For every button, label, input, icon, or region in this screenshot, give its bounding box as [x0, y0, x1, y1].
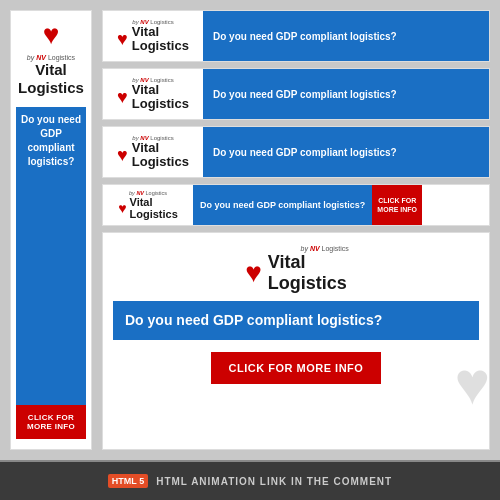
by-nv-label: by NV Logistics — [27, 54, 75, 61]
brand-row-3: ♥ VitalLogistics — [117, 141, 189, 170]
small-leader-cta[interactable]: CLICK FORMORE INFO — [372, 185, 422, 225]
brand-text-1: VitalLogistics — [132, 25, 189, 54]
right-banners-area: by NV Logistics ♥ VitalLogistics Do you … — [102, 10, 490, 450]
blue-tagline-3: Do you need GDP compliant logistics? — [203, 127, 489, 177]
large-cta-button[interactable]: CLICK FOR MORE INFO — [211, 352, 382, 384]
logo-section-sm: by NV Logistics ♥ VitalLogistics — [103, 187, 193, 223]
small-leader-banner: by NV Logistics ♥ VitalLogistics Do you … — [102, 184, 490, 226]
heart-icon-3: ♥ — [117, 145, 128, 166]
logo-section-3: by NV Logistics ♥ VitalLogistics — [103, 131, 203, 174]
brand-row-1: ♥ VitalLogistics — [117, 25, 189, 54]
brand-text-sm: VitalLogistics — [130, 196, 178, 220]
heart-icon-sm: ♥ — [118, 200, 126, 216]
large-square-banner: by NV Logistics ♥ VitalLogistics Do you … — [102, 232, 490, 450]
blue-tagline-1: Do you need GDP compliant logistics? — [203, 11, 489, 61]
logo-section-2: by NV Logistics ♥ VitalLogistics — [103, 73, 203, 116]
brand-row-2: ♥ VitalLogistics — [117, 83, 189, 112]
heart-icon-lg: ♥ — [245, 257, 262, 289]
blue-tagline-2: Do you need GDP compliant logistics? — [203, 69, 489, 119]
left-banner-tagline: Do you need GDP compliant logistics? — [16, 107, 86, 405]
heart-icon-1: ♥ — [117, 29, 128, 50]
horiz-banner-1: by NV Logistics ♥ VitalLogistics Do you … — [102, 10, 490, 62]
brand-text-2: VitalLogistics — [132, 83, 189, 112]
blue-tagline-sm: Do you need GDP compliant logistics? — [193, 185, 372, 225]
by-nv-med: by NV Logistics — [301, 245, 349, 252]
brand-text-lg: VitalLogistics — [268, 252, 347, 293]
heart-icon-2: ♥ — [117, 87, 128, 108]
horiz-banner-3: by NV Logistics ♥ VitalLogistics Do you … — [102, 126, 490, 178]
horiz-banner-2: by NV Logistics ♥ VitalLogistics Do you … — [102, 68, 490, 120]
logo-section-lg: by NV Logistics ♥ VitalLogistics — [245, 245, 347, 293]
left-banner-cta[interactable]: CLICK FOR MORE INFO — [16, 405, 86, 439]
brand-row-sm: ♥ VitalLogistics — [118, 196, 178, 220]
brand-name-left2: Logistics — [18, 79, 84, 97]
left-tall-banner: ♥ by NV Logistics Vital Logistics Do you… — [10, 10, 92, 450]
brand-name-left: Vital — [35, 61, 66, 79]
footer: HTML 5 HTML ANIMATION LINK IN THE COMMEN… — [0, 462, 500, 500]
logo-section-1: by NV Logistics ♥ VitalLogistics — [103, 15, 203, 58]
large-tagline-box: Do you need GDP compliant logistics? — [113, 301, 479, 339]
footer-text: HTML ANIMATION LINK IN THE COMMENT — [156, 476, 392, 487]
brand-text-3: VitalLogistics — [132, 141, 189, 170]
heart-icon: ♥ — [43, 21, 60, 49]
html5-badge: HTML 5 — [108, 474, 148, 488]
brand-row-lg: ♥ VitalLogistics — [245, 252, 347, 293]
